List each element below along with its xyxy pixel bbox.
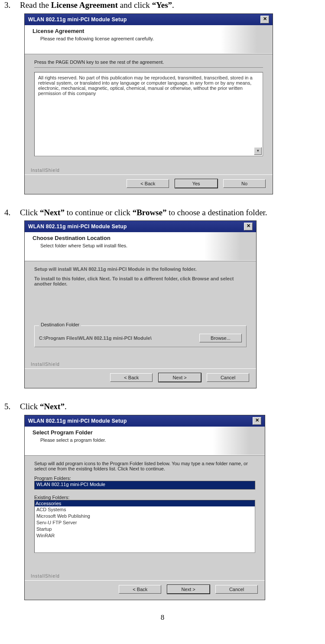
step-4: 4. Click “Next” to continue or click “Br… xyxy=(4,207,321,218)
destination-body1: Setup will install WLAN 802.11g mini-PCI… xyxy=(34,266,247,272)
step-3: 3. Read the License Agreement and click … xyxy=(4,0,321,11)
programfolder-header-band: Select Program Folder Please select a pr… xyxy=(25,427,265,456)
back-button[interactable]: < Back xyxy=(127,179,169,188)
back-button[interactable]: < Back xyxy=(110,373,153,382)
existing-folders-listbox[interactable]: Accessories ACD Systems Microsoft Web Pu… xyxy=(34,500,255,553)
destination-title: WLAN 802.11g mini-PCI Module Setup xyxy=(28,223,244,230)
step-4-post: to choose a destination folder. xyxy=(166,208,267,217)
programfolder-title: WLAN 802.11g mini-PCI Module Setup xyxy=(28,418,253,424)
license-dialog: WLAN 802.11g mini-PCI Module Setup ✕ Lic… xyxy=(24,13,273,194)
yes-button[interactable]: Yes xyxy=(175,179,218,188)
destination-body2: To install to this folder, click Next. T… xyxy=(34,276,247,286)
close-icon[interactable]: ✕ xyxy=(260,16,269,23)
programfolder-dialog: WLAN 802.11g mini-PCI Module Setup ✕ Sel… xyxy=(24,415,265,600)
step-5-post: . xyxy=(65,402,67,411)
step-3-text: Read the License Agreement and click “Ye… xyxy=(20,0,321,11)
step-3-bold1: License Agreement xyxy=(51,0,118,10)
page-number: 8 xyxy=(4,613,321,622)
license-textbox[interactable]: All rights reserved. No part of this pub… xyxy=(34,72,263,156)
scroll-down-icon[interactable]: ▾ xyxy=(254,147,262,155)
destination-folder-legend: Destination Folder xyxy=(39,322,81,327)
step-4-number: 4. xyxy=(4,208,20,217)
programfolder-button-row: < Back Next > Cancel xyxy=(25,580,265,600)
no-button[interactable]: No xyxy=(223,179,266,188)
browse-button[interactable]: Browse... xyxy=(199,334,242,342)
step-3-bold2: “Yes” xyxy=(152,0,172,10)
next-button[interactable]: Next > xyxy=(159,373,201,382)
step-4-bold1: “Next” xyxy=(40,208,65,217)
cancel-button[interactable]: Cancel xyxy=(215,585,258,594)
destination-header-band: Choose Destination Location Select folde… xyxy=(25,232,256,261)
step-5-bold1: “Next” xyxy=(40,402,65,411)
list-item[interactable]: WinRAR xyxy=(36,532,253,539)
step-3-pre: Read the xyxy=(20,0,51,10)
license-header-band: License Agreement Please read the follow… xyxy=(25,25,273,54)
license-text: All rights reserved. No part of this pub… xyxy=(38,75,253,96)
step-5: 5. Click “Next”. xyxy=(4,401,321,412)
step-5-number: 5. xyxy=(4,402,20,411)
step-5-text: Click “Next”. xyxy=(20,401,321,412)
step-4-bold2: “Browse” xyxy=(133,208,167,217)
step-4-text: Click “Next” to continue or click “Brows… xyxy=(20,207,321,218)
license-button-row: < Back Yes No xyxy=(25,174,273,194)
step-4-mid: to continue or click xyxy=(65,208,133,217)
installshield-label: InstallShield xyxy=(31,362,60,367)
list-item[interactable]: Startup xyxy=(36,526,253,532)
destination-titlebar: WLAN 802.11g mini-PCI Module Setup ✕ xyxy=(25,221,256,232)
back-button[interactable]: < Back xyxy=(119,585,161,594)
close-icon[interactable]: ✕ xyxy=(244,223,253,230)
installshield-label: InstallShield xyxy=(31,168,60,173)
step-3-post: . xyxy=(172,0,174,10)
existing-folders-label: Existing Folders: xyxy=(34,495,255,500)
step-4-pre: Click xyxy=(20,208,40,217)
license-title: WLAN 802.11g mini-PCI Module Setup xyxy=(28,16,260,23)
step-3-mid: and click xyxy=(118,0,152,10)
list-item[interactable]: Microsoft Web Publishing xyxy=(36,513,253,519)
next-button[interactable]: Next > xyxy=(167,585,210,594)
license-instruction: Press the PAGE DOWN key to see the rest … xyxy=(34,59,263,65)
program-folder-input[interactable]: WLAN 802.11g mini-PCI Module xyxy=(34,481,255,490)
list-item[interactable]: Accessories xyxy=(35,500,255,506)
list-item[interactable]: ACD Systems xyxy=(36,506,253,513)
programfolder-body: Setup will add program icons to the Prog… xyxy=(34,461,255,471)
close-icon[interactable]: ✕ xyxy=(253,417,261,425)
step-5-pre: Click xyxy=(20,402,40,411)
list-item[interactable]: Serv-U FTP Server xyxy=(36,519,253,526)
programfolder-titlebar: WLAN 802.11g mini-PCI Module Setup ✕ xyxy=(25,415,265,427)
destination-path: C:\Program Files\WLAN 802.11g mini-PCI M… xyxy=(39,335,199,341)
destination-folder-fieldset: Destination Folder C:\Program Files\WLAN… xyxy=(34,325,247,347)
destination-dialog: WLAN 802.11g mini-PCI Module Setup ✕ Cho… xyxy=(24,220,257,388)
destination-button-row: < Back Next > Cancel xyxy=(25,368,256,388)
program-folder-value: WLAN 802.11g mini-PCI Module xyxy=(36,482,105,487)
program-folders-label: Program Folders: xyxy=(34,476,255,481)
installshield-label: InstallShield xyxy=(31,574,60,578)
license-titlebar: WLAN 802.11g mini-PCI Module Setup ✕ xyxy=(25,14,273,25)
cancel-button[interactable]: Cancel xyxy=(207,373,249,382)
step-3-number: 3. xyxy=(4,0,20,10)
